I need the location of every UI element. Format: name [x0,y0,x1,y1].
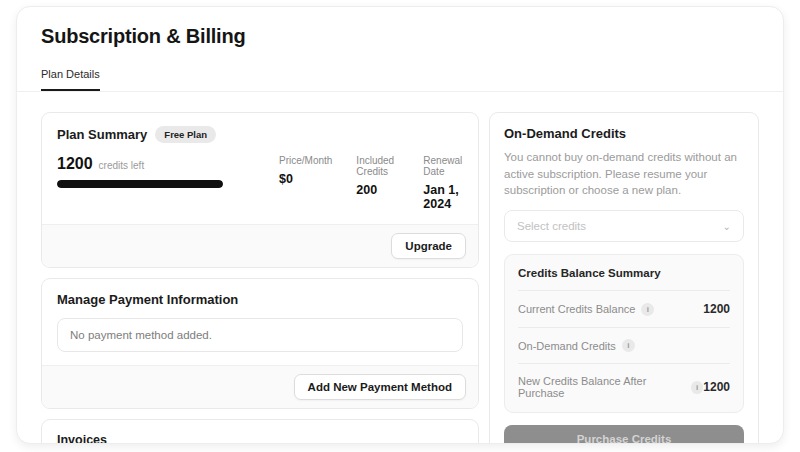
plan-summary-header: Plan Summary Free Plan [57,126,463,143]
payment-card-footer: Add New Payment Method [42,365,478,408]
payment-card: Manage Payment Information No payment me… [41,278,479,409]
credits-balance-summary: Credits Balance Summary Current Credits … [504,254,744,413]
plan-summary-body: Plan Summary Free Plan 1200 credits left [42,113,478,224]
credits-balance-summary-title: Credits Balance Summary [518,267,730,290]
stat-label: Renewal Date [423,155,463,177]
add-payment-method-button[interactable]: Add New Payment Method [294,374,466,400]
credits-remaining-label: credits left [99,160,145,171]
right-column: On-Demand Credits You cannot buy on-dema… [489,112,759,444]
chevron-down-icon: ⌄ [723,221,731,232]
summary-row-value: 1200 [703,380,730,394]
stat-included-credits: Included Credits 200 [356,155,399,211]
plan-summary-footer: Upgrade [42,224,478,267]
credits-progress-fill [57,180,223,188]
plan-summary-title: Plan Summary [57,127,147,142]
info-icon[interactable]: i [691,381,703,394]
info-icon[interactable]: i [622,339,635,352]
plan-stats: Price/Month $0 Included Credits 200 Rene… [279,155,463,211]
left-column: Plan Summary Free Plan 1200 credits left [41,112,479,444]
plan-stats-row: 1200 credits left Price/Month $0 [57,155,463,211]
summary-row-label: On-Demand Credits [518,340,616,352]
upgrade-button[interactable]: Upgrade [391,233,466,259]
credits-line: 1200 credits left [57,155,269,173]
summary-row-label: Current Credits Balance [518,303,635,315]
invoices-card-body: Invoices You can refer to all your past … [42,420,478,444]
summary-row-current-balance: Current Credits Balance i 1200 [518,290,730,327]
summary-row-value: 1200 [703,302,730,316]
content-area: Plan Summary Free Plan 1200 credits left [17,92,783,444]
on-demand-credits-card: On-Demand Credits You cannot buy on-dema… [489,112,759,444]
stat-value: 200 [356,183,399,197]
payment-empty-message: No payment method added. [57,318,463,352]
on-demand-body: On-Demand Credits You cannot buy on-dema… [490,113,758,444]
stat-label: Included Credits [356,155,399,177]
stat-value: Jan 1, 2024 [423,183,463,211]
summary-label-wrap: On-Demand Credits i [518,339,635,352]
page-title: Subscription & Billing [17,7,783,48]
credits-block: 1200 credits left [57,155,269,188]
summary-row-label: New Credits Balance After Purchase [518,375,685,399]
tabs-bar: Plan Details [17,64,783,92]
purchase-credits-button[interactable]: Purchase Credits [504,425,744,444]
stat-price-month: Price/Month $0 [279,155,332,211]
billing-panel: Subscription & Billing Plan Details Plan… [16,6,784,444]
stat-label: Price/Month [279,155,332,166]
tab-plan-details[interactable]: Plan Details [41,68,100,91]
stat-renewal-date: Renewal Date Jan 1, 2024 [423,155,463,211]
payment-title: Manage Payment Information [57,292,463,307]
stat-value: $0 [279,172,332,186]
select-credits-placeholder: Select credits [517,220,586,232]
invoices-card: Invoices You can refer to all your past … [41,419,479,444]
select-credits-dropdown[interactable]: Select credits ⌄ [504,210,744,242]
free-plan-badge: Free Plan [155,126,216,143]
summary-row-on-demand: On-Demand Credits i [518,327,730,363]
summary-row-new-balance: New Credits Balance After Purchase i 120… [518,363,730,410]
invoices-title: Invoices [57,433,463,444]
info-icon[interactable]: i [641,303,654,316]
credits-remaining-value: 1200 [57,155,93,173]
on-demand-description: You cannot buy on-demand credits without… [504,149,744,199]
payment-card-body: Manage Payment Information No payment me… [42,279,478,365]
summary-label-wrap: New Credits Balance After Purchase i [518,375,703,399]
credits-progress-track [57,180,223,188]
plan-summary-card: Plan Summary Free Plan 1200 credits left [41,112,479,268]
summary-label-wrap: Current Credits Balance i [518,303,654,316]
on-demand-title: On-Demand Credits [504,126,744,141]
